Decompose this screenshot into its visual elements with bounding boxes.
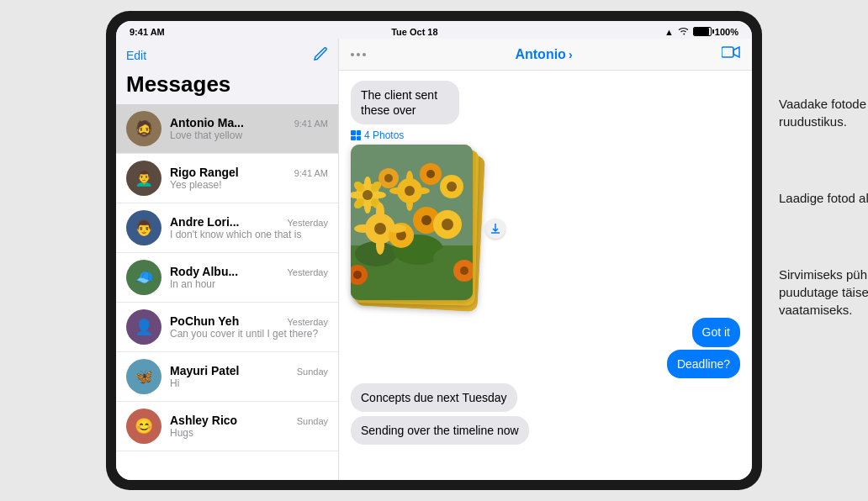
svg-point-23 (415, 187, 430, 194)
conv-info: Rody Albu... Yesterday In an hour (170, 265, 328, 290)
location-icon: ▲ (664, 27, 674, 37)
annotation-2: Laadige fotod alla. (779, 189, 868, 207)
battery-icon (693, 27, 712, 36)
status-right: ▲ 100% (664, 26, 738, 37)
conversation-item[interactable]: 👤 PoChun Yeh Yesterday Can you cover it … (116, 303, 338, 352)
conversation-item[interactable]: 👨 Andre Lori... Yesterday I don't know w… (116, 203, 338, 253)
svg-point-5 (384, 174, 393, 182)
avatar: 👨 (126, 210, 161, 245)
svg-point-9 (426, 170, 435, 178)
device-frame: 9:41 AM Tue Oct 18 ▲ 100% (106, 11, 762, 490)
conversation-item[interactable]: 😊 Ashley Rico Sunday Hugs (116, 402, 338, 451)
conv-preview: Can you cover it until I get there? (170, 328, 328, 340)
conv-time: Yesterday (287, 267, 328, 277)
chevron-right-icon: › (569, 48, 573, 61)
svg-point-3 (363, 190, 373, 200)
video-call-button[interactable] (722, 45, 740, 63)
msgs-bottom: Concepts due next Tuesday Sending over t… (351, 383, 740, 445)
conv-name: Rody Albu... (170, 265, 238, 278)
annotation-1: Vaadake fotode virna ruudustikus. (779, 95, 868, 130)
svg-point-15 (373, 192, 386, 198)
svg-point-39 (388, 224, 406, 233)
conv-preview: Hugs (170, 427, 328, 439)
msg-concepts: Concepts due next Tuesday (351, 383, 517, 412)
conv-preview: In an hour (170, 278, 328, 290)
svg-point-21 (406, 196, 413, 211)
annotation-3: Sirvimiseks pühkige või puudutage täisek… (779, 266, 868, 319)
photos-count: 4 Photos (364, 129, 404, 141)
conversation-item[interactable]: 🧔 Antonio Ma... 9:41 AM Love that yellow (116, 104, 338, 154)
svg-rect-0 (722, 47, 733, 57)
conv-preview: I don't know which one that is (170, 229, 328, 240)
avatar: 😊 (126, 409, 161, 444)
app-content: Edit Messages 🧔 Antonio Ma (116, 39, 752, 480)
conv-time: Sunday (297, 416, 328, 426)
conv-time: Yesterday (287, 218, 328, 228)
svg-point-11 (447, 182, 457, 192)
edit-button[interactable]: Edit (126, 49, 146, 62)
svg-point-7 (405, 186, 415, 196)
conversation-item[interactable]: 👨‍🦱 Rigo Rangel 9:41 AM Yes please! (116, 154, 338, 203)
messages-list: Edit Messages 🧔 Antonio Ma (116, 39, 339, 480)
avatar: 👨‍🦱 (126, 161, 161, 196)
conv-info: Rigo Rangel 9:41 AM Yes please! (170, 166, 328, 191)
grid-icon (351, 130, 361, 140)
avatar: 🧢 (126, 260, 161, 295)
svg-point-13 (364, 200, 371, 214)
msg-sending: Sending over the timeline now (351, 416, 529, 445)
svg-point-29 (374, 223, 386, 235)
device-screen: 9:41 AM Tue Oct 18 ▲ 100% (116, 21, 752, 480)
conv-preview: Love that yellow (170, 129, 328, 141)
conv-preview: Hi (170, 377, 328, 389)
conv-name: Rigo Rangel (170, 166, 239, 179)
conv-name: PoChun Yeh (170, 314, 239, 328)
conv-info: Andre Lori... Yesterday I don't know whi… (170, 215, 328, 240)
conv-time: 9:41 AM (294, 119, 328, 129)
svg-point-35 (442, 219, 453, 230)
chat-messages: The client sent these over 4 Photos (339, 71, 752, 480)
svg-point-20 (406, 171, 413, 186)
svg-point-31 (421, 215, 431, 225)
compose-button[interactable] (313, 45, 328, 65)
svg-point-37 (376, 236, 384, 255)
msg-got-it: Got it (692, 318, 740, 346)
conv-name: Andre Lori... (170, 215, 239, 229)
photo-card-main[interactable] (351, 145, 473, 300)
messages-header: Edit (116, 39, 338, 68)
msg-deadline: Deadline? (667, 350, 740, 378)
conversation-item[interactable]: 🧢 Rody Albu... Yesterday In an hour (116, 253, 338, 303)
avatar: 🧔 (126, 111, 161, 146)
conv-info: Ashley Rico Sunday Hugs (170, 414, 328, 439)
conv-time: 9:41 AM (294, 168, 328, 178)
status-date: Tue Oct 18 (391, 27, 437, 37)
conv-info: Mayuri Patel Sunday Hi (170, 364, 328, 389)
sent-messages-group: Got it Deadline? (351, 318, 740, 377)
conv-name: Antonio Ma... (170, 116, 244, 129)
svg-point-22 (389, 187, 405, 194)
svg-point-41 (353, 271, 362, 279)
battery-percent: 100% (715, 27, 738, 37)
photos-stack[interactable] (351, 145, 485, 313)
photos-stack-container[interactable]: 4 Photos (351, 129, 485, 313)
contact-name: Antonio (515, 47, 565, 62)
photos-label[interactable]: 4 Photos (351, 129, 485, 141)
conv-info: PoChun Yeh Yesterday Can you cover it un… (170, 314, 328, 340)
download-button[interactable] (485, 219, 505, 239)
wifi-icon (677, 26, 690, 37)
conv-name: Ashley Rico (170, 414, 237, 427)
conv-name: Mayuri Patel (170, 364, 239, 377)
svg-point-38 (354, 224, 373, 233)
status-bar: 9:41 AM Tue Oct 18 ▲ 100% (116, 21, 752, 39)
avatar: 🦋 (126, 359, 161, 394)
svg-point-43 (460, 266, 468, 275)
status-time: 9:41 AM (130, 27, 165, 37)
avatar: 👤 (126, 309, 161, 345)
conversation-item[interactable]: 🦋 Mayuri Patel Sunday Hi (116, 352, 338, 402)
chat-title[interactable]: Antonio › (515, 47, 572, 62)
conv-time: Sunday (297, 367, 328, 377)
svg-point-12 (364, 177, 371, 190)
conv-info: Antonio Ma... 9:41 AM Love that yellow (170, 116, 328, 141)
chat-dots (351, 50, 366, 60)
svg-point-25 (355, 241, 397, 266)
msg-text: The client sent these over (351, 81, 459, 124)
